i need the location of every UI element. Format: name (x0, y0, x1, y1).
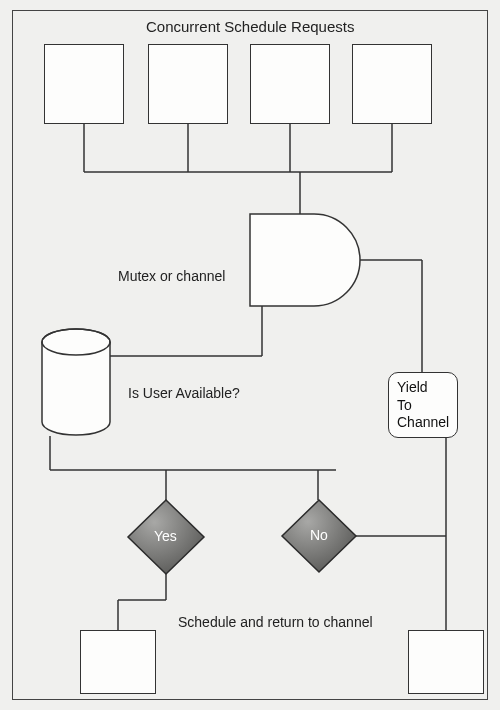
schedule-return-label: Schedule and return to channel (178, 614, 373, 630)
diagram-frame: Concurrent Schedule Requests Mutex or ch… (0, 0, 500, 710)
lower-connectors (0, 0, 500, 710)
end-box-right (408, 630, 484, 694)
end-box-left (80, 630, 156, 694)
